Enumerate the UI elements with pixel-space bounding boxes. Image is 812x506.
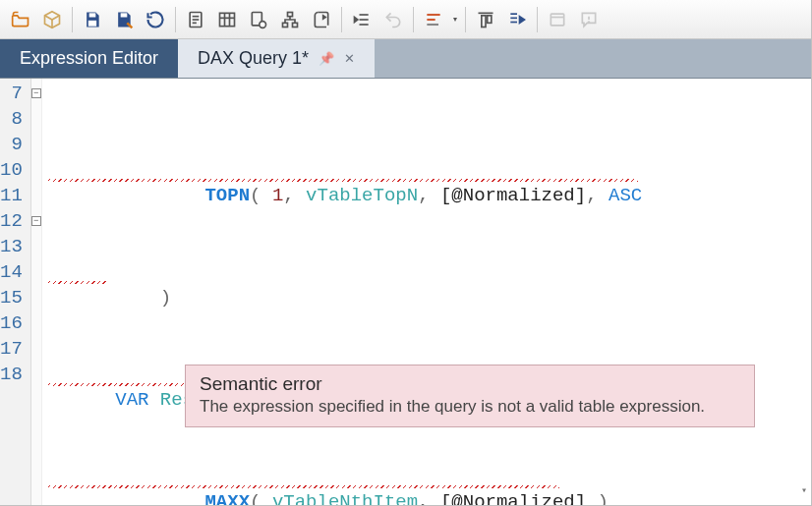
dropdown-caret-icon[interactable]: ▾ <box>450 5 460 34</box>
svg-rect-1 <box>88 20 96 26</box>
svg-rect-23 <box>482 15 486 27</box>
line-number-gutter: 7 8 9 10 11 12 13 14 15 16 17 18 <box>0 79 31 506</box>
svg-rect-25 <box>551 14 563 26</box>
toolbar-separator <box>537 7 538 32</box>
toolbar-separator <box>72 7 73 32</box>
error-message: The expression specified in the query is… <box>200 397 740 417</box>
comment-icon[interactable] <box>574 5 604 34</box>
error-title: Semantic error <box>200 373 740 395</box>
pin-icon[interactable]: 📌 <box>319 51 334 66</box>
table-icon[interactable] <box>212 5 242 34</box>
folder-open-icon[interactable] <box>6 5 35 34</box>
indent-icon[interactable] <box>347 5 377 34</box>
code-area[interactable]: TOPN( 1, vTableTopN, [@Normalized], ASC … <box>42 79 812 506</box>
svg-rect-13 <box>288 12 293 16</box>
svg-rect-24 <box>488 15 492 22</box>
tab-label: Expression Editor <box>20 48 158 69</box>
close-icon[interactable]: ✕ <box>344 51 355 66</box>
fold-toggle[interactable]: − <box>31 88 41 98</box>
fold-column: − − <box>31 79 42 506</box>
error-tooltip: Semantic error The expression specified … <box>185 365 755 427</box>
save-as-icon[interactable] <box>109 5 139 34</box>
undo-redo-icon[interactable] <box>378 5 408 34</box>
tab-label: DAX Query 1* <box>198 48 309 69</box>
page-icon[interactable] <box>181 5 210 34</box>
svg-rect-0 <box>89 13 96 17</box>
toolbar-separator <box>175 7 176 32</box>
window-icon[interactable] <box>543 5 572 34</box>
toolbar: ▾ <box>0 0 811 39</box>
align-top-icon[interactable] <box>471 5 500 34</box>
toolbar-separator <box>465 7 466 32</box>
code-line: TOPN( 1, vTableTopN, [@Normalized], ASC <box>48 157 810 183</box>
code-editor[interactable]: 7 8 9 10 11 12 13 14 15 16 17 18 − − TOP… <box>0 79 811 506</box>
tab-dax-query[interactable]: DAX Query 1* 📌 ✕ <box>178 39 376 78</box>
code-line: MAXX( vTableNthItem, [@Normalized] ) <box>48 464 810 489</box>
svg-rect-15 <box>293 23 298 27</box>
save-icon[interactable] <box>78 5 107 34</box>
scroll-caret-icon[interactable]: ▾ <box>801 478 807 504</box>
run-icon[interactable] <box>502 5 532 34</box>
tab-strip: Expression Editor DAX Query 1* 📌 ✕ <box>0 39 811 79</box>
svg-rect-7 <box>220 13 235 26</box>
toolbar-separator <box>413 7 414 32</box>
svg-point-28 <box>589 22 590 23</box>
format-icon[interactable] <box>419 5 448 34</box>
code-line: ) <box>48 259 810 285</box>
page-measure-icon[interactable] <box>244 5 273 34</box>
svg-rect-14 <box>283 23 288 27</box>
svg-rect-2 <box>121 13 128 17</box>
script-icon[interactable] <box>307 5 336 34</box>
refresh-icon[interactable] <box>141 5 170 34</box>
svg-point-12 <box>260 21 266 28</box>
fold-toggle[interactable]: − <box>31 216 41 226</box>
hierarchy-icon[interactable] <box>275 5 305 34</box>
tab-expression-editor[interactable]: Expression Editor <box>0 39 178 78</box>
toolbar-separator <box>341 7 342 32</box>
package-icon[interactable] <box>37 5 67 34</box>
